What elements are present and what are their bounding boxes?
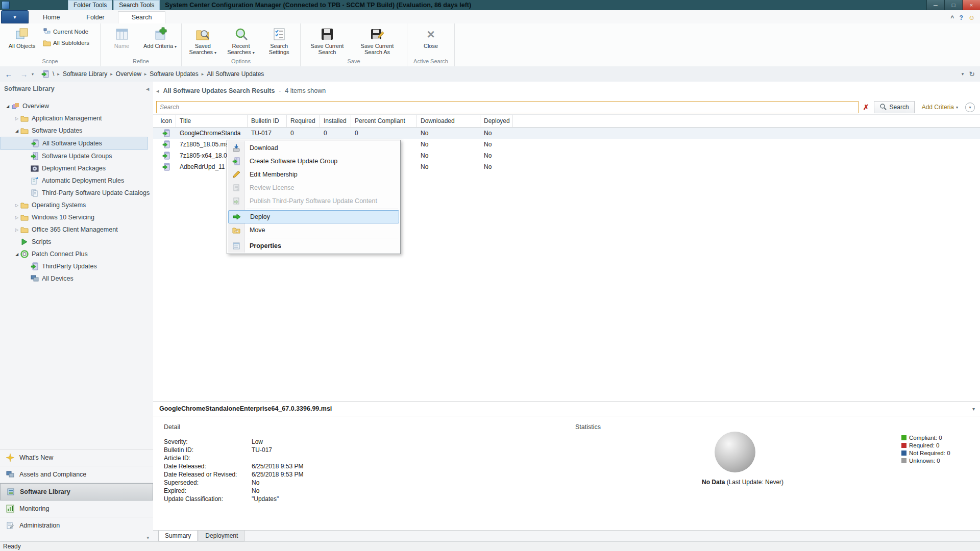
breadcrumb-software-updates[interactable]: Software Updates (150, 70, 198, 78)
tree-item-overview[interactable]: ◢ Overview (0, 100, 153, 112)
tree-item-patch-connect-plus[interactable]: ◢ Patch Connect Plus (0, 248, 153, 260)
menu-item-download[interactable]: Download (228, 141, 399, 155)
breadcrumb-root[interactable]: \ (53, 70, 54, 78)
search-input[interactable] (156, 101, 859, 113)
address-chevron-icon[interactable]: ▾ (962, 71, 964, 77)
search-tools-tab[interactable]: Search Tools (113, 0, 160, 10)
recent-searches-button[interactable]: Recent Searches ▾ (223, 26, 259, 57)
name-button[interactable]: Name (104, 26, 140, 57)
clear-search-icon[interactable]: ✗ (862, 103, 871, 112)
save-current-search-as-button[interactable]: Save Current Search As (353, 26, 402, 57)
tree-item-all-devices[interactable]: All Devices (0, 272, 153, 285)
expander-icon[interactable]: ▷ (13, 116, 20, 121)
all-objects-button[interactable]: All Objects (3, 26, 41, 57)
nav-assets-and-compliance[interactable]: Assets and Compliance (0, 466, 153, 483)
expander-icon[interactable]: ▷ (13, 215, 20, 220)
search-button[interactable]: Search (874, 101, 915, 113)
tree-item-scripts[interactable]: Scripts (0, 236, 153, 248)
tree-item-windows-10-servicing[interactable]: ▷ Windows 10 Servicing (0, 211, 153, 223)
saved-searches-button[interactable]: Saved Searches ▾ (185, 26, 221, 57)
collapse-ribbon-icon[interactable]: ^ (950, 14, 954, 21)
tree-item-software-updates[interactable]: ◢ Software Updates (0, 124, 153, 137)
column-header-required[interactable]: Required (287, 115, 320, 127)
add-criteria-dropdown[interactable]: Add Criteria ▾ (918, 102, 962, 113)
breadcrumb-software-library[interactable]: Software Library (63, 70, 107, 78)
nav-administration[interactable]: Administration (0, 517, 153, 534)
tree-item-operating-systems[interactable]: ▷ Operating Systems (0, 199, 153, 211)
detail-collapse-icon[interactable]: ▾ (972, 406, 975, 412)
folder-tools-tab[interactable]: Folder Tools (68, 0, 112, 10)
detail-panel: GoogleChromeStandaloneEnterprise64_67.0.… (153, 401, 980, 542)
all-objects-label: All Objects (9, 43, 36, 49)
forward-icon[interactable]: → (17, 68, 31, 80)
minimize-button[interactable]: ─ (926, 0, 944, 10)
tab-search[interactable]: Search (118, 11, 166, 24)
menu-item-create-software-update-group[interactable]: Create Software Update Group (228, 155, 399, 168)
save-current-search-button[interactable]: Save Current Search (304, 26, 351, 57)
tree-item-office-365-client-management[interactable]: ▷ Office 365 Client Management (0, 223, 153, 236)
tree-item-thirdparty-updates[interactable]: ThirdParty Updates (0, 260, 153, 272)
feedback-smiley-icon[interactable]: ☺ (968, 14, 975, 21)
tab-home[interactable]: Home (30, 12, 73, 23)
maximize-button[interactable]: □ (944, 0, 962, 10)
table-row[interactable]: GoogleChromeStanda TU-017 0 0 0 No No (153, 128, 980, 139)
administration-icon (6, 521, 15, 530)
add-criteria-button[interactable]: Add Criteria ▾ (142, 26, 178, 57)
close-search-button[interactable]: × Close (412, 26, 450, 57)
search-settings-button[interactable]: Search Settings (261, 26, 297, 57)
nav-whats-new[interactable]: What's New (0, 449, 153, 466)
expander-icon[interactable]: ◢ (13, 252, 20, 257)
recent-searches-label: Recent Searches ▾ (223, 43, 259, 55)
cell-required: 0 (287, 130, 320, 137)
nav-monitoring[interactable]: Monitoring (0, 500, 153, 517)
column-header-title[interactable]: Title (176, 115, 248, 127)
menu-item-deploy[interactable]: Deploy (228, 210, 399, 223)
current-node-button[interactable]: Current Node (43, 28, 89, 36)
tab-summary[interactable]: Summary (158, 531, 198, 541)
tree-item-automatic-deployment-rules[interactable]: Automatic Deployment Rules (0, 174, 153, 187)
application-menu-button[interactable]: ▾ (1, 10, 29, 23)
tree-item-application-management[interactable]: ▷ Application Management (0, 112, 153, 124)
column-header-installed[interactable]: Installed (320, 115, 351, 127)
tree-item-third-party-catalogs[interactable]: Third-Party Software Update Catalogs (0, 187, 153, 199)
tree-item-software-update-groups[interactable]: Software Update Groups (0, 150, 153, 162)
column-header-bulletin-id[interactable]: Bulletin ID (248, 115, 287, 127)
expander-icon[interactable]: ◢ (13, 129, 20, 133)
tree-item-deployment-packages[interactable]: Deployment Packages (0, 162, 153, 174)
column-header-deployed[interactable]: Deployed (480, 115, 513, 127)
expander-icon[interactable]: ◢ (4, 104, 11, 109)
expand-criteria-icon[interactable]: ▾ (965, 103, 975, 112)
search-settings-label: Search Settings (261, 43, 297, 55)
update-package-icon (162, 129, 170, 137)
tree-item-all-software-updates[interactable]: All Software Updates (0, 137, 148, 150)
expander-icon[interactable]: ▷ (13, 228, 20, 232)
current-node-label: Current Node (53, 29, 88, 35)
column-header-downloaded[interactable]: Downloaded (417, 115, 480, 127)
expander-icon[interactable]: ▷ (13, 203, 20, 208)
results-collapse-icon[interactable]: ◂ (156, 88, 159, 94)
title-bar: Folder Tools Search Tools System Center … (0, 0, 980, 10)
refresh-icon[interactable]: ↻ (969, 70, 975, 78)
close-button[interactable]: × (962, 0, 980, 10)
all-subfolders-button[interactable]: All Subfolders (43, 39, 89, 47)
back-icon[interactable]: ← (2, 68, 15, 80)
breadcrumb-overview[interactable]: Overview (116, 70, 141, 78)
tree-item-label: Office 365 Client Management (32, 226, 118, 233)
breadcrumb-all-software-updates[interactable]: All Software Updates (207, 70, 264, 78)
menu-item-edit-membership[interactable]: Edit Membership (228, 168, 399, 181)
help-icon[interactable]: ? (959, 14, 963, 21)
create-update-group-icon (228, 157, 244, 165)
history-chevron-icon[interactable]: ▾ (32, 72, 34, 77)
legend-item-compliant: Compliant: 0 (901, 435, 950, 441)
field-label: Date Released: (164, 462, 252, 470)
sidebar-collapse-icon[interactable]: ◂ (146, 86, 149, 92)
tab-deployment[interactable]: Deployment (199, 531, 244, 541)
nav-options-chevron-icon[interactable]: ▾ (146, 535, 149, 540)
column-header-icon[interactable]: Icon (153, 115, 176, 127)
devices-icon (31, 274, 39, 283)
column-header-percent-compliant[interactable]: Percent Compliant (351, 115, 417, 127)
nav-software-library[interactable]: Software Library (0, 483, 153, 500)
menu-item-properties[interactable]: Properties (228, 239, 399, 253)
menu-item-move[interactable]: Move (228, 223, 399, 237)
tab-folder[interactable]: Folder (73, 12, 117, 23)
